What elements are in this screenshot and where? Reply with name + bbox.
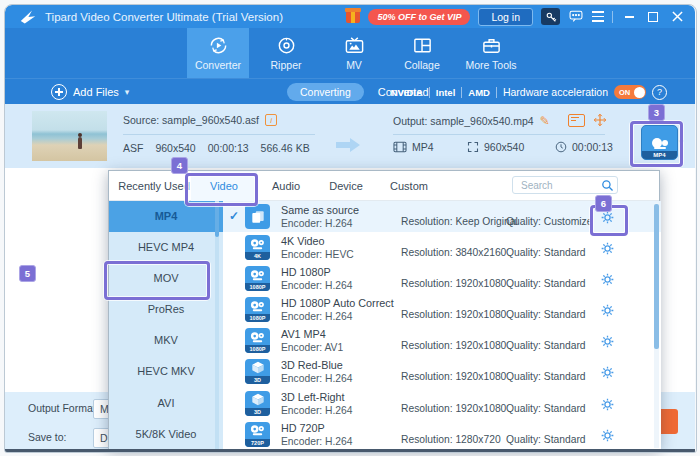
preset-row[interactable]: 720P HD 720P Encoder: H.264 Resolution: … — [223, 419, 661, 450]
preset-resolution: Resolution: 3840x2160 — [401, 247, 506, 258]
sidebar-format-label: MKV — [154, 334, 178, 346]
sidebar-format-label: ProRes — [148, 303, 185, 315]
preset-row[interactable]: 1080P HD 1080P Auto Correct Encoder: H.2… — [223, 294, 661, 325]
add-files-button[interactable]: Add Files ▾ — [51, 84, 129, 100]
sidebar-format-item[interactable]: HEVC MP4 — [109, 232, 223, 263]
preset-quality: Quality: Standard — [506, 247, 586, 258]
menu-icon[interactable] — [592, 11, 604, 21]
close-button[interactable] — [669, 9, 685, 25]
preset-resolution: Resolution: 1920x1080 — [401, 340, 506, 351]
sidebar-scrollbar[interactable] — [215, 201, 219, 450]
annotation-badge-step6: 6 — [595, 195, 612, 212]
save-to-label: Save to: — [28, 431, 67, 443]
sidebar-format-item[interactable]: HEVC MKV — [109, 356, 223, 387]
minimize-button[interactable] — [621, 9, 637, 25]
feedback-icon[interactable] — [568, 9, 584, 25]
settings-gear-icon[interactable] — [601, 303, 614, 321]
video-thumbnail[interactable] — [32, 111, 107, 161]
resolution-band-label: 1080P — [245, 314, 270, 322]
info-icon[interactable]: i — [265, 114, 277, 126]
help-icon[interactable]: ? — [652, 85, 667, 100]
tab-converter[interactable]: Converter — [187, 28, 249, 78]
source-format: ASF — [123, 142, 143, 154]
preset-quality: Quality: Standard — [506, 434, 586, 445]
settings-gear-icon[interactable] — [601, 397, 614, 415]
sidebar-format-label: MP4 — [155, 210, 178, 222]
sidebar-scrollbar-thumb[interactable] — [215, 203, 219, 237]
tab-label: Collage — [404, 59, 440, 71]
popup-tab[interactable]: Recently Used — [117, 171, 191, 201]
resolution-band-label: 1080P — [245, 283, 270, 291]
preset-encoder: Encoder: HEVC — [281, 249, 354, 260]
settings-gear-icon[interactable] — [601, 428, 614, 446]
format-sidebar: MP4 HEVC MP4 MOV ProRes MKV HEVC MKV AVI… — [109, 201, 223, 450]
chevron-down-icon: ▾ — [125, 87, 130, 97]
output-resolution-value: 960x540 — [484, 141, 524, 153]
tab-mv[interactable]: MV — [325, 28, 383, 78]
divider — [123, 134, 315, 135]
gift-icon[interactable] — [346, 11, 360, 23]
maximize-button[interactable] — [645, 9, 661, 25]
preset-row[interactable]: 1080P HD 1080P Encoder: H.264 Resolution… — [223, 263, 661, 294]
preset-quality: Quality: Standard — [506, 403, 586, 414]
resolution-band-label: 720P — [245, 439, 270, 447]
window-bottom-edge — [5, 449, 695, 452]
preset-format-icon: 1080P — [245, 328, 270, 353]
preset-row[interactable]: 3D 3D Left-Right Encoder: H.264 Resoluti… — [223, 388, 661, 419]
annotation-badge-step3: 3 — [648, 104, 665, 121]
tipard-logo-icon — [19, 9, 37, 25]
preset-resolution: Resolution: 1920x1080 — [401, 309, 506, 320]
hw-acceleration-toggle[interactable]: ON — [614, 85, 646, 99]
sidebar-format-item[interactable]: MKV — [109, 325, 223, 356]
preset-format-icon: 1080P — [245, 266, 270, 291]
metadata-icon[interactable] — [568, 114, 585, 127]
tab-label: More Tools — [465, 59, 516, 71]
sidebar-format-label: AVI — [158, 397, 175, 409]
source-filename: Source: sample_960x540.asf — [123, 114, 259, 126]
tab-collage[interactable]: Collage — [393, 28, 451, 78]
settings-gear-icon[interactable] — [601, 334, 614, 352]
preset-list: ✓ Same as source Encoder: H.264 Resoluti… — [223, 201, 661, 450]
login-button[interactable]: Log in — [478, 8, 533, 26]
preset-encoder: Encoder: H.264 — [281, 218, 359, 229]
preset-row[interactable]: 4K 4K Video Encoder: HEVC Resolution: 38… — [223, 232, 661, 263]
title-bar: Tipard Video Converter Ultimate (Trial V… — [5, 5, 695, 28]
converting-tab[interactable]: Converting — [287, 83, 364, 101]
vip-offer-badge[interactable]: 50% OFF to Get VIP — [368, 9, 470, 25]
sidebar-format-item[interactable]: AVI — [109, 388, 223, 419]
tab-ripper[interactable]: Ripper — [257, 28, 315, 78]
tab-more-tools[interactable]: More Tools — [459, 28, 523, 78]
format-popup: Recently Used Video Audio Device Custom … — [108, 170, 660, 449]
preset-title: HD 1080P Auto Correct — [281, 297, 394, 309]
settings-gear-icon[interactable] — [601, 241, 614, 259]
settings-gear-icon[interactable] — [601, 272, 614, 290]
tab-label: MV — [346, 59, 362, 71]
convert-direction-arrow-icon — [335, 137, 361, 153]
film-icon — [393, 141, 407, 153]
popup-tab-label: Audio — [272, 180, 300, 192]
preset-title: 3D Left-Right — [281, 391, 353, 403]
popup-tab[interactable]: Device — [315, 171, 377, 201]
preset-row[interactable]: 1080P AV1 MP4 Encoder: AV1 Resolution: 1… — [223, 325, 661, 356]
preset-list-scrollbar-thumb[interactable] — [654, 204, 659, 349]
settings-gear-icon[interactable] — [601, 365, 614, 383]
resolution-band-label: 1080P — [245, 345, 270, 353]
move-crop-icon[interactable] — [593, 113, 607, 127]
preset-title: AV1 MP4 — [281, 328, 343, 340]
popup-tab[interactable]: Audio — [257, 171, 315, 201]
toolbar: Add Files ▾ Converting Converted NVIDIA … — [5, 78, 695, 105]
register-key-icon[interactable] — [541, 8, 560, 25]
annotation-badge-step5: 5 — [19, 265, 36, 282]
resolution-expand-icon — [467, 141, 479, 153]
popup-tab[interactable]: Custom — [377, 171, 441, 201]
selected-check-icon: ✓ — [229, 209, 239, 223]
sidebar-format-item[interactable]: 5K/8K Video — [109, 419, 223, 450]
toolbox-icon — [481, 35, 502, 56]
preset-row[interactable]: 3D 3D Red-Blue Encoder: H.264 Resolution… — [223, 356, 661, 387]
search-icon[interactable] — [601, 179, 614, 192]
preset-format-icon: 720P — [245, 422, 270, 447]
output-duration-value: 00:00:13 — [572, 141, 613, 153]
converter-icon — [208, 35, 229, 56]
edit-name-icon[interactable]: ✎ — [540, 114, 550, 128]
mv-tv-icon — [344, 35, 365, 56]
